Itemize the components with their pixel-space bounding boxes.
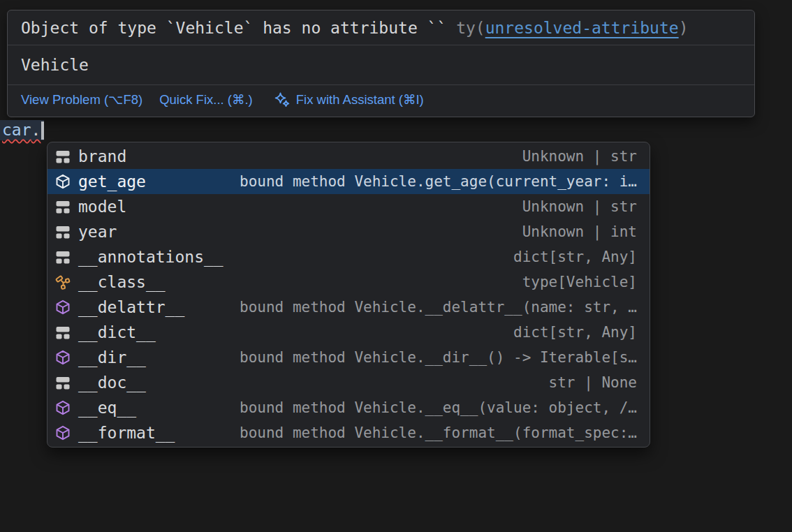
field-icon [55, 375, 71, 390]
completion-item-brand[interactable]: brandUnknown | str [47, 144, 650, 169]
editor-code-line[interactable]: car. [0, 120, 44, 140]
field-icon [55, 325, 71, 340]
field-icon [55, 249, 71, 265]
diagnostic-message: Object of type `Vehicle` has no attribut… [21, 19, 456, 37]
view-problem-button[interactable]: View Problem (⌥F8) [21, 92, 142, 108]
completion-label: __dict__ [78, 323, 156, 341]
completion-label: brand [78, 147, 126, 165]
method-icon [55, 300, 71, 315]
field-icon [55, 149, 71, 164]
completion-detail: bound method Vehicle.__eq__(value: objec… [230, 399, 637, 416]
diagnostic-actions: View Problem (⌥F8) Quick Fix... (⌘.) Fix… [8, 85, 754, 117]
completion-item-format[interactable]: __format__bound method Vehicle.__format_… [47, 420, 650, 445]
code-token: car. [2, 120, 41, 140]
completion-item-annotations[interactable]: __annotations__dict[str, Any] [47, 244, 650, 269]
completion-detail: dict[str, Any] [504, 324, 637, 341]
fix-with-assistant-label: Fix with Assistant (⌘I) [296, 92, 424, 108]
method-icon [55, 400, 71, 415]
fix-with-assistant-button[interactable]: Fix with Assistant (⌘I) [274, 91, 424, 108]
completion-detail: dict[str, Any] [504, 249, 637, 265]
completion-item-delattr[interactable]: __delattr__bound method Vehicle.__delatt… [47, 295, 650, 320]
completion-label: model [78, 198, 126, 216]
variable-token: car [2, 121, 31, 139]
field-icon [55, 199, 71, 214]
completion-item-year[interactable]: yearUnknown | int [47, 219, 650, 244]
completion-item-eq[interactable]: __eq__bound method Vehicle.__eq__(value:… [47, 395, 650, 420]
diagnostic-rule-link[interactable]: unresolved-attribute [485, 19, 679, 37]
sparkle-icon [274, 91, 291, 108]
completion-item-model[interactable]: modelUnknown | str [47, 194, 650, 219]
method-icon [55, 425, 71, 441]
diagnostic-message-row: Object of type `Vehicle` has no attribut… [8, 10, 754, 45]
completion-item-dict[interactable]: __dict__dict[str, Any] [47, 320, 650, 345]
completion-detail: bound method Vehicle.__dir__() -> Iterab… [230, 349, 637, 366]
completion-detail: bound method Vehicle.get_age(current_yea… [230, 173, 637, 190]
completion-label: __format__ [78, 424, 175, 442]
diagnostic-popover: Object of type `Vehicle` has no attribut… [7, 10, 755, 117]
completion-label: year [78, 223, 117, 241]
completion-item-class[interactable]: __class__type[Vehicle] [47, 269, 650, 295]
completion-detail: Unknown | str [513, 148, 637, 165]
dot-token: . [31, 121, 41, 139]
completion-detail: bound method Vehicle.__format__(format_s… [230, 424, 637, 441]
completion-label: get_age [78, 172, 146, 191]
diagnostic-source-suffix: ) [679, 19, 689, 37]
diagnostic-source-prefix: ty( [456, 19, 485, 37]
completion-label: __delattr__ [78, 298, 184, 316]
completion-label: __class__ [78, 273, 166, 291]
completion-detail: Unknown | str [513, 198, 637, 215]
completion-detail: Unknown | int [513, 223, 637, 240]
text-cursor [41, 121, 44, 140]
completion-item-doc[interactable]: __doc__str | None [47, 370, 650, 395]
completion-label: __annotations__ [78, 248, 223, 266]
completion-label: __eq__ [78, 399, 136, 417]
completion-detail: bound method Vehicle.__delattr__(name: s… [230, 299, 637, 316]
method-icon [55, 174, 71, 189]
completion-detail: type[Vehicle] [513, 274, 637, 290]
completion-label: __doc__ [78, 374, 146, 392]
field-icon [55, 224, 71, 239]
completion-item-getage[interactable]: get_agebound method Vehicle.get_age(curr… [47, 169, 650, 194]
completion-item-dir[interactable]: __dir__bound method Vehicle.__dir__() ->… [47, 345, 650, 370]
quick-fix-button[interactable]: Quick Fix... (⌘.) [159, 92, 253, 108]
completion-menu: brandUnknown | strget_agebound method Ve… [47, 142, 650, 448]
class-icon [55, 274, 71, 290]
diagnostic-secondary: Vehicle [8, 45, 754, 84]
current-word-highlight: car. [0, 120, 44, 140]
completion-detail: str | None [539, 374, 637, 391]
method-icon [55, 350, 71, 365]
completion-label: __dir__ [78, 348, 146, 367]
